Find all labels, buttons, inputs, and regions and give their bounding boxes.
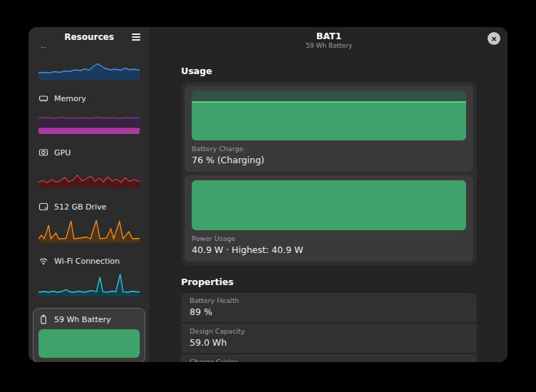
sidebar-item-processor[interactable]: Processor [38,47,140,80]
close-icon: × [491,33,497,44]
property-row-design-capacity: Design Capacity 59.0 Wh [181,324,477,353]
page-subtitle: 59 Wh Battery [150,41,507,50]
wifi-icon [38,256,48,266]
sidebar-item-gpu[interactable]: GPU [38,145,140,188]
battery-charge-value: 76 % (Charging) [192,155,466,166]
property-row-charge-cycles: Charge Cycles 278 [181,354,477,362]
main-header: BAT1 59 Wh Battery × [150,27,507,56]
battery-icon [38,314,48,324]
usage-card: Battery Charge 76 % (Charging) Power Usa… [181,82,477,265]
power-usage-value: 40.9 W · Highest: 40.9 W [192,244,466,256]
battery-charge-label: Battery Charge [192,145,466,153]
sidebar-item-drive[interactable]: 512 GB Drive [38,200,140,242]
sidebar-item-label: 512 GB Drive [54,202,106,212]
wifi-usage-chart [38,271,140,296]
sidebar-item-memory[interactable]: Memory [38,91,140,134]
main-panel: BAT1 59 Wh Battery × Usage Battery Charg… [150,27,507,362]
sidebar-item-wifi[interactable]: Wi-Fi Connection [38,254,140,296]
battery-charge-block [38,329,140,358]
processor-icon [38,47,48,49]
drive-icon [38,202,48,212]
close-button[interactable]: × [488,32,500,45]
usage-heading: Usage [181,66,477,76]
processor-usage-chart [38,54,140,80]
properties-heading: Properties [181,277,477,287]
memory-usage-chart [38,108,140,134]
power-usage-tile: Power Usage 40.9 W · Highest: 40.9 W [185,175,473,262]
drive-usage-chart [38,217,140,242]
sidebar-header: Resources [29,27,150,47]
gpu-usage-chart [38,163,140,188]
sidebar-list: Processor Memory [29,47,150,362]
power-usage-gauge-fill [192,180,466,230]
battery-charge-tile: Battery Charge 76 % (Charging) [185,86,473,172]
sidebar-item-label: 59 Wh Battery [54,315,111,324]
sidebar: Resources Processor [29,27,150,362]
page-title: BAT1 [150,31,507,41]
app-window: Resources Processor [29,27,507,362]
battery-charge-gauge-fill [192,101,466,140]
memory-icon [38,93,48,103]
sidebar-item-battery[interactable]: 59 Wh Battery [33,308,145,362]
sidebar-item-label: Memory [54,94,86,103]
power-usage-gauge [192,180,466,230]
battery-charge-gauge [192,91,466,140]
power-usage-label: Power Usage [192,234,466,243]
properties-list: Battery Health 89 % Design Capacity 59.0… [181,293,477,362]
sidebar-item-label: Wi-Fi Connection [54,257,120,266]
sidebar-title: Resources [64,32,114,42]
sidebar-item-label: Processor [54,47,92,49]
property-row-battery-health: Battery Health 89 % [181,293,477,322]
hamburger-icon [132,33,140,41]
gpu-icon [38,148,48,158]
sidebar-item-label: GPU [54,148,71,158]
menu-button[interactable] [128,30,144,44]
main-content: Usage Battery Charge 76 % (Charging) Pow… [150,56,507,362]
